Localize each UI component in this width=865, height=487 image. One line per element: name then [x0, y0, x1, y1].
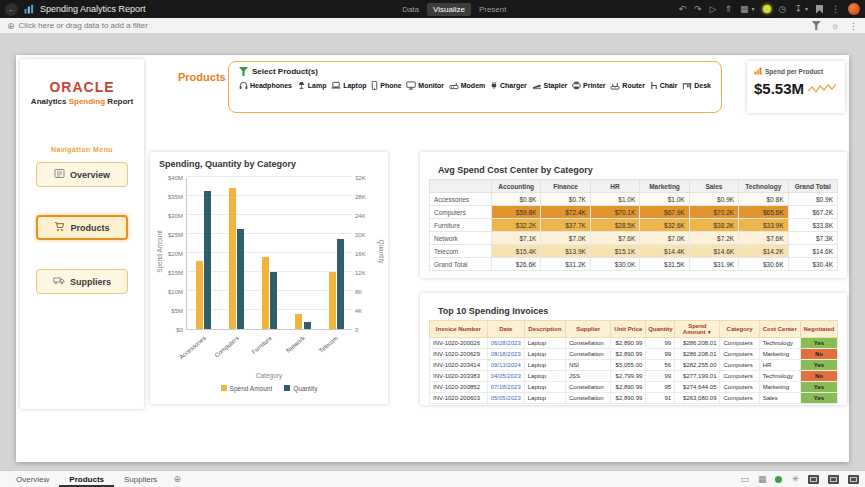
product-chip-desk[interactable]: Desk [682, 81, 711, 90]
bar-quantity-furniture[interactable] [270, 272, 277, 329]
sidebar-item-label: Products [70, 223, 109, 233]
back-button[interactable]: ← [5, 3, 18, 16]
bar-quantity-telecom[interactable] [337, 239, 344, 329]
gear-icon[interactable]: ☼ [831, 21, 839, 31]
table-row[interactable]: INV-1020-20060305/05/2023LaptopConstella… [430, 393, 838, 404]
kebab-icon[interactable]: ⋮ [831, 5, 840, 14]
product-chip-charger[interactable]: Charger [490, 81, 527, 90]
sidebar-item-overview[interactable]: Overview [36, 162, 128, 187]
filter-prompt[interactable]: Click here or drag data to add a filter [19, 21, 148, 30]
table-row[interactable]: INV-1020-20085207/18/2023LaptopConstella… [430, 382, 838, 393]
legend-swatch [284, 385, 290, 391]
invoice-cell: No [800, 371, 837, 382]
bar-quantity-accessories[interactable] [204, 191, 211, 329]
product-chip-phone[interactable]: Phone [371, 81, 401, 90]
avg-row-label: Telecom [430, 245, 492, 258]
avg-cell: $30.4K [788, 258, 837, 271]
invoice-col-header[interactable]: Date [487, 321, 524, 338]
pointer-icon[interactable]: ▭ [740, 474, 749, 484]
redo-icon[interactable]: ↷ [694, 5, 702, 14]
invoice-cell: Marketing [759, 349, 800, 360]
table-row[interactable]: Grand Total$26.6K$31.2K$30.0K$31.5K$31.9… [430, 258, 838, 271]
grid-icon[interactable]: ▦ [758, 474, 767, 484]
stapler-icon [532, 81, 542, 90]
invoice-col-header[interactable]: Quantity [646, 321, 675, 338]
invoice-cell: Laptop [524, 393, 565, 404]
save-icon[interactable]: ↧ [794, 5, 802, 14]
invoice-cell: Laptop [524, 338, 565, 349]
product-chip-stapler[interactable]: Stapler [532, 81, 568, 90]
lightbulb-icon[interactable] [763, 5, 771, 13]
product-chip-headphones[interactable]: Headphones [239, 81, 292, 90]
play-icon[interactable]: ▷ [710, 5, 717, 14]
layout-canvas-icon[interactable] [808, 475, 819, 484]
table-row[interactable]: Accessories$0.8K$0.7K$1.0K$1.0K$0.9K$0.8… [430, 193, 838, 206]
avg-spend-table: AccountingFinanceHRMarketingSalesTechnol… [429, 179, 838, 271]
table-row[interactable]: Telecom$15.4K$13.9K$15.1K$14.4K$14.6K$14… [430, 245, 838, 258]
product-chip-chair[interactable]: Chair [650, 81, 678, 90]
product-chip-label: Modem [461, 82, 486, 89]
filterbar-actions: ☼⋮ [812, 21, 858, 31]
kebab-icon[interactable]: ⋮ [849, 21, 858, 31]
filter-icon[interactable] [812, 21, 821, 30]
bar-spend-network[interactable] [295, 314, 302, 329]
pin-icon[interactable] [775, 476, 782, 483]
product-chip-lamp[interactable]: Lamp [297, 81, 327, 90]
mode-tab-visualize[interactable]: Visualize [427, 3, 471, 16]
invoice-cell: Yes [800, 338, 837, 349]
dashboard-canvas: ORACLE Analytics Spending Report Navigat… [16, 55, 849, 462]
sparkle-icon[interactable]: ✳ [791, 474, 799, 484]
invoice-cell: Computers [720, 371, 759, 382]
bar-quantity-computers[interactable] [237, 229, 244, 329]
table-row[interactable]: INV-1020-20002606/28/2023LaptopConstella… [430, 338, 838, 349]
undo-icon[interactable]: ↶ [678, 5, 686, 14]
caret-down-icon[interactable]: ▾ [752, 6, 755, 12]
product-chip-router[interactable]: Router [610, 81, 645, 90]
invoice-col-header[interactable]: Unit Price [611, 321, 646, 338]
avg-cell: $13.9K [541, 245, 590, 258]
history-icon[interactable]: ◷ [779, 5, 787, 14]
export-icon[interactable]: ⇑ [725, 5, 733, 14]
table-row[interactable]: INV-1020-20062908/18/2023LaptopConstella… [430, 349, 838, 360]
bar-spend-telecom[interactable] [329, 272, 336, 329]
invoice-col-header[interactable]: Category [720, 321, 759, 338]
product-chip-monitor[interactable]: Monitor [406, 81, 444, 90]
bar-spend-computers[interactable] [229, 188, 236, 329]
invoice-cell: 95 [646, 382, 675, 393]
invoice-col-header[interactable]: Supplier [565, 321, 610, 338]
invoice-col-header[interactable]: Description [524, 321, 565, 338]
bar-quantity-network[interactable] [304, 322, 311, 329]
sidebar-item-products[interactable]: Products [36, 215, 128, 240]
bar-spend-accessories[interactable] [196, 261, 203, 329]
grid-icon[interactable]: ▦ [740, 5, 749, 14]
layout-present-icon[interactable] [848, 475, 859, 484]
add-filter-icon[interactable]: ⊕ [7, 21, 15, 31]
canvas-tab-products[interactable]: Products [59, 471, 114, 487]
chart-gridline [187, 176, 352, 177]
y-axis-tick-left: $5M [150, 307, 183, 315]
layout-split-icon[interactable] [828, 475, 839, 484]
product-chip-laptop[interactable]: Laptop [331, 81, 366, 90]
invoice-col-header[interactable]: Invoice Number [430, 321, 488, 338]
canvas-tab-overview[interactable]: Overview [6, 471, 59, 487]
invoice-cell: $2,890.99 [611, 349, 646, 360]
table-row[interactable]: Network$7.1K$7.0K$7.6K$7.0K$7.2K$7.6K$7.… [430, 232, 838, 245]
invoice-col-header[interactable]: Negotiated [800, 321, 837, 338]
table-row[interactable]: Furniture$32.2K$37.7K$28.5K$32.6K$38.2K$… [430, 219, 838, 232]
add-canvas-icon[interactable]: ⊕ [173, 474, 181, 484]
bookmark-icon[interactable] [816, 5, 823, 14]
product-chip-modem[interactable]: Modem [449, 81, 486, 90]
table-row[interactable]: INV-1020-20338304/05/2023LaptopJSS$2,799… [430, 371, 838, 382]
sidebar-item-suppliers[interactable]: Suppliers [36, 269, 128, 294]
mode-tab-data[interactable]: Data [396, 3, 425, 16]
bar-spend-furniture[interactable] [262, 257, 269, 329]
invoice-col-header[interactable]: Spend Amount ▼ [675, 321, 720, 338]
invoice-col-header[interactable]: Cost Center [759, 321, 800, 338]
table-row[interactable]: Computers$59.8K$72.4K$70.1K$67.9K$70.2K$… [430, 206, 838, 219]
user-avatar[interactable] [848, 3, 860, 15]
mode-tab-present[interactable]: Present [473, 3, 513, 16]
caret-down-icon[interactable]: ▾ [805, 6, 808, 12]
canvas-tab-suppliers[interactable]: Suppliers [114, 471, 167, 487]
table-row[interactable]: INV-1020-20341409/13/2024LaptopNSI$5,055… [430, 360, 838, 371]
product-chip-printer[interactable]: Printer [572, 81, 606, 90]
